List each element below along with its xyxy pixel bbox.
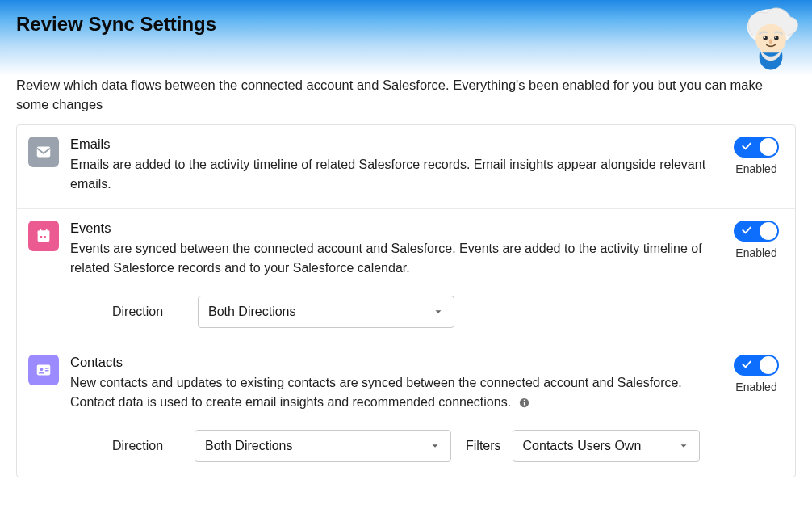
filters-label: Filters xyxy=(466,439,501,453)
svg-rect-11 xyxy=(40,229,41,233)
contacts-title: Contacts xyxy=(70,355,719,370)
direction-label: Direction xyxy=(112,305,183,319)
contacts-filters-select[interactable]: Contacts Users Own xyxy=(513,430,700,462)
svg-point-5 xyxy=(764,36,765,38)
setting-row-contacts: Contacts New contacts and updates to exi… xyxy=(17,343,795,477)
email-icon xyxy=(28,137,59,167)
contacts-description: New contacts and updates to existing con… xyxy=(70,373,719,412)
info-icon[interactable] xyxy=(518,397,530,409)
svg-rect-13 xyxy=(40,236,42,238)
contacts-filters-value: Contacts Users Own xyxy=(523,439,642,453)
intro-text: Review which data flows between the conn… xyxy=(0,76,812,124)
svg-rect-17 xyxy=(45,368,49,368)
svg-rect-18 xyxy=(45,370,49,371)
events-direction-select[interactable]: Both Directions xyxy=(198,296,454,328)
setting-row-events: Events Events are synced between the con… xyxy=(17,209,795,343)
svg-point-3 xyxy=(763,36,768,40)
einstein-mascot xyxy=(736,3,806,73)
svg-point-4 xyxy=(774,36,779,40)
contacts-state: Enabled xyxy=(735,381,776,393)
chevron-down-icon xyxy=(429,440,441,452)
contacts-direction-select[interactable]: Both Directions xyxy=(195,430,451,462)
direction-label: Direction xyxy=(112,439,183,453)
calendar-icon xyxy=(28,221,59,251)
chevron-down-icon xyxy=(433,306,444,317)
page-title: Review Sync Settings xyxy=(16,13,796,36)
svg-rect-14 xyxy=(44,236,46,238)
setting-row-emails: Emails Emails are added to the activity … xyxy=(17,125,795,209)
emails-description: Emails are added to the activity timelin… xyxy=(70,155,719,194)
emails-state: Enabled xyxy=(735,162,776,175)
svg-point-16 xyxy=(40,368,43,371)
events-direction-value: Both Directions xyxy=(208,305,296,319)
emails-title: Emails xyxy=(70,137,719,152)
contacts-direction-value: Both Directions xyxy=(205,439,293,453)
events-toggle[interactable] xyxy=(734,221,779,242)
svg-rect-12 xyxy=(46,229,48,233)
page-header: Review Sync Settings xyxy=(0,0,812,76)
chevron-down-icon xyxy=(678,440,689,452)
svg-rect-20 xyxy=(523,402,524,405)
events-description: Events are synced between the connected … xyxy=(70,239,719,278)
settings-panel: Emails Emails are added to the activity … xyxy=(16,124,796,477)
events-title: Events xyxy=(70,221,719,236)
svg-point-6 xyxy=(775,36,776,38)
contacts-icon xyxy=(28,355,59,385)
events-state: Enabled xyxy=(735,246,776,259)
svg-rect-21 xyxy=(523,400,524,401)
svg-rect-10 xyxy=(38,230,50,233)
contacts-toggle[interactable] xyxy=(734,355,779,376)
svg-point-7 xyxy=(769,39,772,44)
emails-toggle[interactable] xyxy=(734,137,779,158)
svg-rect-8 xyxy=(37,146,51,157)
